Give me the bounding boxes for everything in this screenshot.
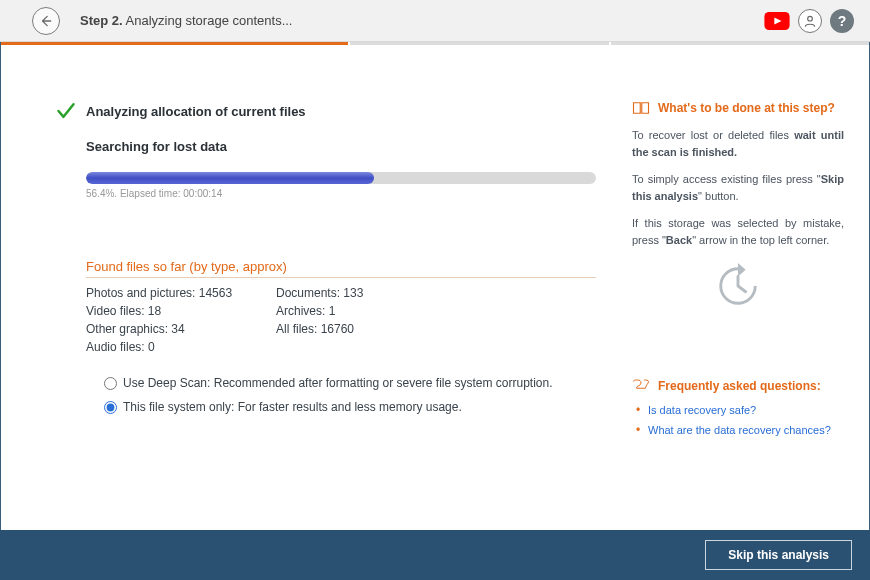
user-icon xyxy=(803,14,817,28)
arrow-left-icon xyxy=(39,14,53,28)
help-button[interactable]: ? xyxy=(830,9,854,33)
faq-link-safe[interactable]: Is data recovery safe? xyxy=(648,404,756,416)
scan-progress-bar xyxy=(86,172,596,184)
step-title: Step 2. Analyzing storage contents... xyxy=(80,13,292,28)
step-subtitle: Analyzing storage contents... xyxy=(126,13,293,28)
header-bar: Step 2. Analyzing storage contents... ? xyxy=(0,0,870,42)
svg-point-1 xyxy=(808,16,813,21)
step-number: Step 2. xyxy=(80,13,123,28)
account-button[interactable] xyxy=(798,9,822,33)
back-button[interactable] xyxy=(32,7,60,35)
youtube-icon[interactable] xyxy=(764,12,790,30)
skip-analysis-button[interactable]: Skip this analysis xyxy=(705,540,852,570)
help-icon: ? xyxy=(838,13,847,29)
faq-link-chances[interactable]: What are the data recovery chances? xyxy=(648,424,831,436)
footer-bar: Skip this analysis xyxy=(0,530,870,580)
